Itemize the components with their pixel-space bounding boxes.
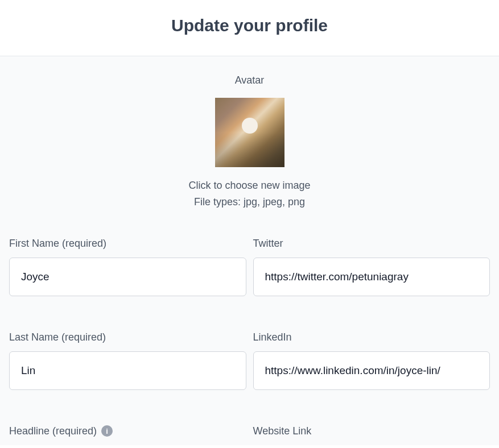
headline-label-text: Headline (required) [9,425,97,437]
first-name-input[interactable] [9,258,246,296]
avatar-section: Avatar Click to choose new image File ty… [9,74,490,210]
headline-field: Headline (required) i [9,425,246,445]
linkedin-field: LinkedIn [253,331,490,390]
avatar-label: Avatar [9,74,490,86]
last-name-field: Last Name (required) [9,331,246,390]
website-label: Website Link [253,425,490,437]
profile-form: Avatar Click to choose new image File ty… [0,56,499,445]
info-icon[interactable]: i [101,425,113,437]
linkedin-input[interactable] [253,351,490,390]
headline-label: Headline (required) i [9,425,246,437]
page-header: Update your profile [0,0,499,56]
last-name-input[interactable] [9,351,246,390]
page-title: Update your profile [0,16,499,35]
last-name-label: Last Name (required) [9,331,246,343]
first-name-field: First Name (required) [9,238,246,296]
avatar-hint-filetypes: File types: jpg, jpeg, png [9,194,490,210]
avatar-hint-choose: Click to choose new image [9,177,490,194]
twitter-input[interactable] [253,258,490,296]
twitter-label: Twitter [253,238,490,250]
form-grid: First Name (required) Twitter Last Name … [9,238,490,445]
website-field: Website Link [253,425,490,445]
linkedin-label: LinkedIn [253,331,490,343]
avatar-image-upload[interactable] [215,98,284,167]
twitter-field: Twitter [253,238,490,296]
first-name-label: First Name (required) [9,238,246,250]
